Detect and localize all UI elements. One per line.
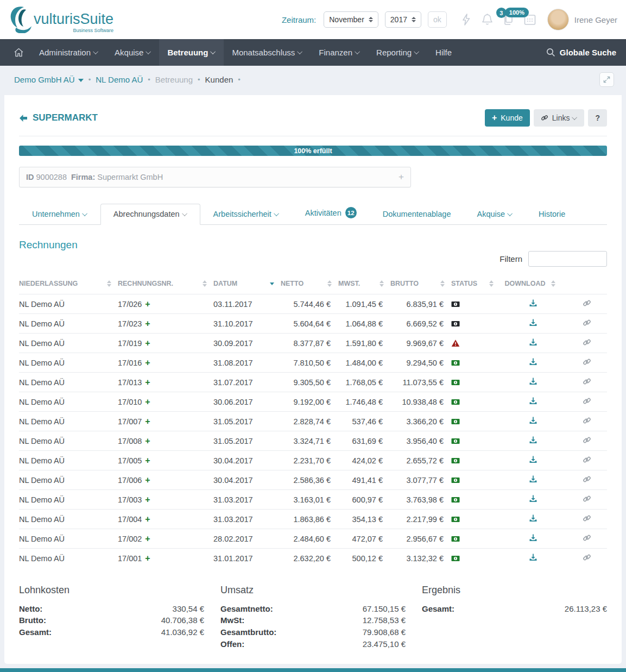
- sort-icon[interactable]: [489, 280, 494, 287]
- year-select-value: 2017: [390, 15, 407, 24]
- sort-desc-icon[interactable]: [270, 282, 274, 285]
- link-icon[interactable]: [583, 318, 591, 327]
- link-icon[interactable]: [583, 475, 591, 483]
- download-icon[interactable]: [529, 455, 538, 464]
- lightning-icon[interactable]: [461, 13, 472, 26]
- back-to-list[interactable]: SUPERMARKT: [19, 112, 98, 123]
- add-customer-button[interactable]: + Kunde: [485, 109, 530, 127]
- nav-item-akquise[interactable]: Akquise: [106, 39, 159, 66]
- add-invoice-icon[interactable]: +: [145, 378, 150, 387]
- add-invoice-icon[interactable]: +: [145, 535, 150, 543]
- link-icon[interactable]: [583, 357, 591, 366]
- tab-abrechnungsdaten[interactable]: Abrechnungsdaten: [100, 204, 200, 225]
- link-icon[interactable]: [583, 494, 591, 503]
- tab-aktivit-ten[interactable]: Aktivitäten12: [292, 201, 370, 225]
- invoice-row: NL Demo AÜ17/004+31.03.20171.863,86 €354…: [19, 510, 607, 529]
- link-icon[interactable]: [583, 514, 591, 523]
- download-icon[interactable]: [529, 553, 538, 562]
- column-header-download[interactable]: DOWNLOAD: [500, 277, 566, 294]
- chevron-down-icon: [414, 49, 419, 54]
- cell-rechnungsnr: 17/019+: [118, 334, 213, 353]
- tab-arbeitssicherheit[interactable]: Arbeitssicherheit: [200, 204, 292, 225]
- breadcrumb-item-nl-demo-a-[interactable]: NL Demo AÜ: [96, 75, 143, 84]
- expand-icon[interactable]: [599, 72, 614, 87]
- download-icon[interactable]: [529, 475, 538, 483]
- column-header-status[interactable]: STATUS: [451, 277, 500, 294]
- column-header-brutto[interactable]: BRUTTO: [390, 277, 451, 294]
- link-icon[interactable]: [583, 533, 591, 542]
- ok-button[interactable]: ok: [428, 11, 447, 28]
- nav-item-hilfe[interactable]: Hilfe: [427, 39, 460, 66]
- column-header-netto[interactable]: NETTO: [281, 277, 338, 294]
- download-icon[interactable]: [529, 318, 538, 327]
- add-invoice-icon[interactable]: +: [145, 495, 150, 504]
- tab-unternehmen[interactable]: Unternehmen: [19, 204, 100, 225]
- link-icon[interactable]: [583, 455, 591, 464]
- sort-icon[interactable]: [440, 280, 445, 287]
- tab-historie[interactable]: Historie: [526, 204, 578, 225]
- download-icon[interactable]: [529, 338, 538, 347]
- user-menu[interactable]: Irene Geyer: [547, 9, 617, 30]
- add-invoice-icon[interactable]: +: [145, 476, 150, 485]
- year-select[interactable]: 2017: [385, 11, 421, 28]
- month-select[interactable]: November: [324, 11, 378, 28]
- add-invoice-icon[interactable]: +: [145, 456, 150, 465]
- column-header-datum[interactable]: DATUM: [213, 277, 281, 294]
- link-icon[interactable]: [583, 416, 591, 425]
- add-invoice-icon[interactable]: +: [145, 554, 150, 563]
- add-invoice-icon[interactable]: +: [145, 398, 150, 406]
- tab-dokumentenablage[interactable]: Dokumentenablage: [370, 204, 464, 225]
- download-icon[interactable]: [529, 357, 538, 366]
- download-icon[interactable]: [529, 299, 538, 307]
- links-button[interactable]: Links: [534, 109, 585, 127]
- add-invoice-icon[interactable]: +: [145, 300, 150, 309]
- sort-icon[interactable]: [380, 280, 384, 287]
- calendar-icon[interactable]: 100%: [523, 13, 536, 26]
- add-invoice-icon[interactable]: +: [145, 359, 150, 367]
- expand-panel-icon[interactable]: +: [399, 172, 404, 183]
- add-invoice-icon[interactable]: +: [145, 319, 150, 328]
- nav-item-finanzen[interactable]: Finanzen: [311, 39, 368, 66]
- nav-item-reporting[interactable]: Reporting: [368, 39, 427, 66]
- link-icon[interactable]: [583, 397, 591, 405]
- cell-brutto: 3.132,32 €: [390, 549, 451, 568]
- download-icon[interactable]: [529, 436, 538, 444]
- column-header-rechnungsnr-[interactable]: RECHNUNGSNR.: [118, 277, 213, 294]
- summary-value: 40.706,38 €: [161, 614, 204, 626]
- link-icon[interactable]: [583, 553, 591, 562]
- download-icon[interactable]: [529, 494, 538, 503]
- breadcrumb-item-demo-gmbh-a-[interactable]: Demo GmbH AÜ: [14, 75, 84, 84]
- column-header-mwst-[interactable]: MWST.: [338, 277, 390, 294]
- filter-input[interactable]: [528, 251, 607, 267]
- home-icon[interactable]: [7, 39, 31, 66]
- download-icon[interactable]: [529, 397, 538, 405]
- download-icon[interactable]: [529, 514, 538, 523]
- sort-icon[interactable]: [327, 280, 332, 287]
- download-icon[interactable]: [529, 533, 538, 542]
- download-icon[interactable]: [529, 416, 538, 425]
- company-id-panel[interactable]: ID 9000288 Firma: Supermarkt GmbH +: [19, 167, 411, 187]
- sort-icon[interactable]: [107, 280, 111, 287]
- cell-rechnungsnr: 17/008+: [118, 431, 213, 451]
- help-button[interactable]: ?: [588, 109, 607, 127]
- nav-item-administration[interactable]: Administration: [31, 39, 106, 66]
- add-invoice-icon[interactable]: +: [145, 515, 150, 524]
- download-icon[interactable]: [529, 377, 538, 386]
- link-icon[interactable]: [583, 377, 591, 386]
- link-icon[interactable]: [583, 338, 591, 347]
- tab-akquise[interactable]: Akquise: [464, 204, 526, 225]
- column-header-niederlassung[interactable]: NIEDERLASSUNG: [19, 277, 118, 294]
- sort-icon[interactable]: [203, 280, 207, 287]
- sort-icon[interactable]: [551, 280, 555, 287]
- nav-item-betreuung[interactable]: Betreuung: [159, 39, 224, 66]
- add-invoice-icon[interactable]: +: [145, 437, 150, 445]
- add-invoice-icon[interactable]: +: [145, 339, 150, 348]
- global-search[interactable]: Globale Suche: [542, 39, 621, 66]
- add-invoice-icon[interactable]: +: [145, 417, 150, 426]
- app-logo[interactable]: vulturisSuite Business Software: [9, 6, 113, 33]
- nav-item-monatsabschluss[interactable]: Monatsabschluss: [224, 39, 311, 66]
- bell-icon[interactable]: [482, 13, 493, 26]
- cell-rechnungsnr: 17/013+: [118, 373, 213, 392]
- link-icon[interactable]: [583, 436, 591, 444]
- link-icon[interactable]: [583, 299, 591, 307]
